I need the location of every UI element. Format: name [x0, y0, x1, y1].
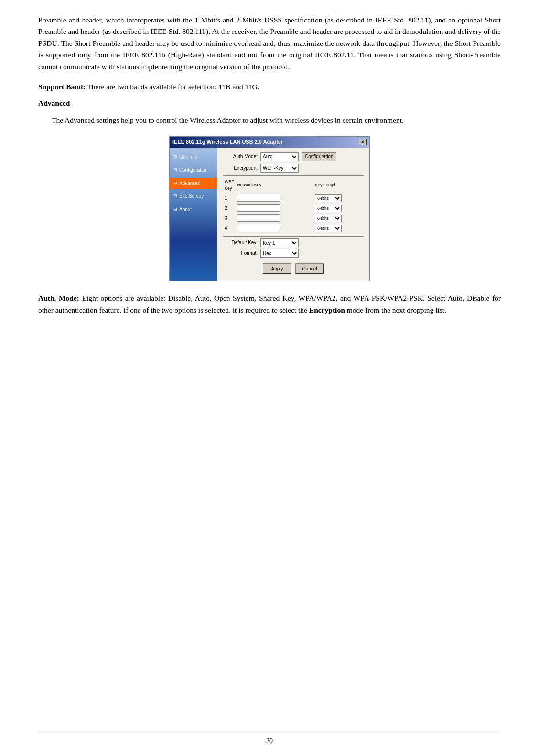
sidebar-item-link-info[interactable]: ⊞ Link Info: [170, 151, 217, 163]
wep-network-key-1[interactable]: [237, 194, 280, 202]
apply-button[interactable]: Apply: [263, 263, 291, 274]
wep-table: WEP Key Network Key Key Length 1 64bits: [223, 178, 364, 233]
dialog-close-button[interactable]: ×: [359, 139, 367, 145]
support-band-text: There are two bands available for select…: [86, 83, 259, 91]
configuration-icon: ⊞: [173, 167, 177, 173]
encryption-row: Encryption: WEP-Key: [223, 164, 364, 173]
sidebar-link-info-label: Link Info: [179, 153, 197, 161]
dialog-sidebar: ⊞ Link Info ⊞ Configuration ⊟ Advanced ⊞…: [170, 148, 217, 281]
intro-paragraph: Preamble and header, which interoperates…: [38, 14, 501, 73]
format-row: Format: Hex: [223, 249, 364, 258]
wep-row-num-3: 3: [223, 213, 236, 223]
auth-mode-row: Auth Mode: Auto Configuration: [223, 152, 364, 161]
wep-row-num-1: 1: [223, 193, 236, 203]
wep-network-key-3[interactable]: [237, 214, 280, 222]
auth-mode-encryption-bold: Encryption: [309, 306, 345, 314]
dialog-screenshot: IEEE 802.11g Wireless LAN USB 2.0 Adapte…: [169, 136, 370, 281]
encryption-select[interactable]: WEP-Key: [260, 164, 299, 173]
wep-network-key-2[interactable]: [237, 204, 280, 212]
dialog-titlebar: IEEE 802.11g Wireless LAN USB 2.0 Adapte…: [170, 137, 369, 148]
default-key-label: Default Key:: [223, 239, 258, 247]
format-select[interactable]: Hex: [260, 249, 299, 258]
dialog-divider-2: [223, 236, 364, 237]
config-button[interactable]: Configuration: [302, 152, 336, 161]
wep-key-length-1[interactable]: 64bits: [315, 194, 342, 202]
sidebar-about-label: About: [179, 206, 192, 214]
dialog-title: IEEE 802.11g Wireless LAN USB 2.0 Adapte…: [172, 138, 283, 146]
auth-mode-section: Auth. Mode: Eight options are available:…: [38, 292, 501, 316]
auth-mode-select[interactable]: Auto: [260, 152, 299, 161]
advanced-icon: ⊟: [173, 180, 177, 187]
auth-mode-label-bold: Auth. Mode:: [38, 294, 79, 302]
wep-col-header-length: Key Length: [313, 178, 364, 193]
dialog-main-panel: Auth Mode: Auto Configuration Encryption…: [217, 148, 369, 281]
wep-key-length-3[interactable]: 64bits: [315, 215, 342, 222]
page-footer: 20: [38, 733, 501, 746]
screenshot-container: IEEE 802.11g Wireless LAN USB 2.0 Adapte…: [38, 136, 501, 281]
dialog-divider: [223, 175, 364, 176]
wep-key-length-4[interactable]: 64bits: [315, 225, 342, 232]
about-icon: ⊞: [173, 206, 177, 213]
wep-key-length-2[interactable]: 64bits: [315, 205, 342, 212]
default-key-row: Default Key: Key 1: [223, 238, 364, 247]
wep-row-4: 4 64bits: [223, 223, 364, 233]
sidebar-item-configuration[interactable]: ⊞ Configuration: [170, 164, 217, 176]
format-label: Format:: [223, 249, 258, 257]
cancel-button[interactable]: Cancel: [295, 263, 324, 274]
link-info-icon: ⊞: [173, 154, 177, 161]
sidebar-site-survey-label: Site Survey: [179, 193, 204, 200]
wep-row-2: 2 64bits: [223, 203, 364, 213]
wep-col-header-network: Network Key: [236, 178, 313, 193]
site-survey-icon: ⊞: [173, 193, 177, 200]
encryption-label: Encryption:: [223, 164, 258, 172]
sidebar-item-about[interactable]: ⊞ About: [170, 204, 217, 216]
dialog-body: ⊞ Link Info ⊞ Configuration ⊟ Advanced ⊞…: [170, 148, 369, 281]
advanced-description: The Advanced settings help you to contro…: [52, 115, 501, 126]
wep-row-1: 1 64bits: [223, 193, 364, 203]
page-content: Preamble and header, which interoperates…: [0, 0, 539, 756]
default-key-select[interactable]: Key 1: [260, 238, 299, 247]
advanced-heading: Advanced: [38, 97, 501, 109]
wep-row-3: 3 64bits: [223, 213, 364, 223]
wep-network-key-4[interactable]: [237, 225, 280, 232]
dialog-footer: Apply Cancel: [223, 259, 364, 276]
auth-mode-text-part2: mode from the next dropping list.: [345, 306, 446, 314]
wep-col-header-key: WEP Key: [223, 178, 236, 193]
sidebar-advanced-label: Advanced: [179, 180, 200, 187]
auth-mode-label: Auth Mode:: [223, 153, 258, 161]
support-band-heading: Support Band:: [38, 83, 86, 91]
wep-row-num-2: 2: [223, 203, 236, 213]
sidebar-item-site-survey[interactable]: ⊞ Site Survey: [170, 191, 217, 202]
page-number: 20: [266, 737, 273, 745]
support-band-section: Support Band: There are two bands availa…: [38, 81, 501, 93]
auth-mode-paragraph: Auth. Mode: Eight options are available:…: [38, 292, 501, 316]
wep-row-num-4: 4: [223, 223, 236, 233]
sidebar-configuration-label: Configuration: [179, 166, 207, 174]
sidebar-item-advanced[interactable]: ⊟ Advanced: [170, 178, 217, 189]
